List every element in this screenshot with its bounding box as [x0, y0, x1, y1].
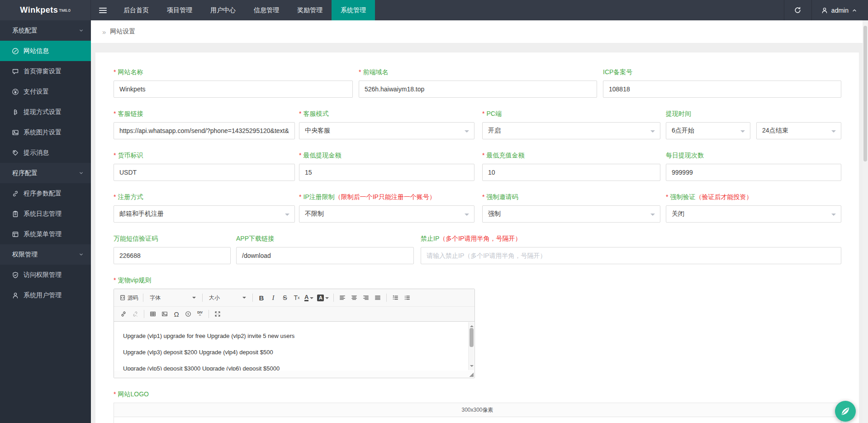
popup-comment-icon — [12, 68, 19, 75]
form-row-2: *客服链接 *客服模式 中央客服 *PC端 开启 提现时间 6点开始 24点结束 — [114, 109, 841, 139]
font-size-combo[interactable]: 大小 — [206, 293, 249, 303]
sidebar-item-withdraw-method[interactable]: 提现方式设置 — [0, 102, 91, 122]
unlink-button[interactable] — [130, 309, 141, 319]
maximize-button[interactable] — [212, 309, 223, 319]
settings-form-card: *网站名称 *前端域名 ICP备案号 *客服链接 *客服模式 中央客服 *PC端… — [95, 52, 859, 423]
page-title: 网站设置 — [110, 28, 135, 36]
ban-ip-input[interactable] — [421, 247, 841, 264]
sidebar-section-permissions[interactable]: 权限管理 — [0, 244, 91, 265]
floating-action-button[interactable] — [835, 401, 856, 422]
topbar: Winkpets TM6.0 后台首页 项目管理 用户中心 信息管理 奖励管理 … — [0, 0, 868, 20]
service-link-input[interactable] — [114, 122, 295, 139]
bullet-list-button[interactable] — [402, 292, 413, 303]
div-container-button[interactable]: DIV‹› — [194, 309, 205, 319]
user-icon — [12, 292, 19, 299]
align-left-button[interactable] — [337, 292, 348, 303]
nav-item-rewards[interactable]: 奖励管理 — [288, 0, 332, 20]
withdraw-start-select[interactable]: 6点开始 — [666, 122, 750, 139]
field-site-name: *网站名称 — [114, 68, 353, 98]
insert-image-button[interactable] — [159, 309, 170, 319]
editor-bottom-bar — [114, 371, 474, 378]
site-name-input[interactable] — [114, 81, 353, 98]
register-mode-select[interactable]: 邮箱和手机注册 — [114, 205, 295, 223]
remove-format-button[interactable]: Tx — [291, 292, 302, 303]
justify-button[interactable] — [372, 292, 383, 303]
editor-scrollbar[interactable] — [468, 322, 474, 370]
layout-icon — [12, 231, 19, 238]
chevron-down-icon — [242, 297, 246, 300]
required-asterisk: * — [114, 390, 116, 399]
sidebar-section-program-config[interactable]: 程序配置 — [0, 163, 91, 183]
sidebar-section-system-config[interactable]: 系统配置 — [0, 20, 91, 41]
min-withdraw-input[interactable] — [299, 164, 474, 181]
flash-button[interactable] — [183, 309, 194, 319]
scrollbar-thumb[interactable] — [863, 26, 867, 162]
chevron-down-icon — [650, 214, 655, 218]
sidebar-item-home-popup[interactable]: 首页弹窗设置 — [0, 61, 91, 81]
field-register-mode: *注册方式 邮箱和手机注册 — [114, 193, 295, 223]
font-family-combo[interactable]: 字体 — [147, 293, 199, 303]
sidebar-toggle-button[interactable] — [91, 0, 114, 20]
field-sms-code: 万能短信验证码 — [114, 234, 231, 264]
chevron-down-icon — [325, 297, 329, 301]
sidebar-item-program-params[interactable]: 程序参数配置 — [0, 183, 91, 204]
currency-input[interactable] — [114, 164, 295, 181]
scrollbar-thumb[interactable] — [470, 328, 474, 347]
field-force-verify: *强制验证（验证后才能投资） 关闭 — [666, 193, 841, 223]
link-icon — [120, 311, 127, 317]
pc-side-select[interactable]: 开启 — [482, 122, 660, 139]
align-right-button[interactable] — [360, 292, 371, 303]
nav-item-system[interactable]: 系统管理 — [332, 0, 375, 20]
editor-toolbar-row-1: 源码 字体 大小 B I S Tx A A — [114, 289, 474, 307]
resize-handle[interactable] — [469, 372, 474, 377]
sidebar-item-system-images[interactable]: 系统图片设置 — [0, 122, 91, 143]
sidebar-item-site-info[interactable]: 网站信息 — [0, 41, 91, 61]
required-asterisk: * — [114, 276, 116, 285]
field-withdraw-time: 提现时间 6点开始 24点结束 — [666, 109, 841, 139]
clipboard-icon — [12, 210, 19, 218]
bg-color-button[interactable]: A — [316, 292, 330, 303]
sms-code-input[interactable] — [114, 247, 231, 264]
force-verify-select[interactable]: 关闭 — [666, 205, 841, 223]
sidebar-item-system-users[interactable]: 系统用户管理 — [0, 285, 91, 305]
refresh-button[interactable] — [784, 0, 812, 20]
ip-limit-select[interactable]: 不限制 — [299, 205, 474, 223]
tag-icon — [12, 149, 19, 157]
force-invite-select[interactable]: 强制 — [482, 205, 660, 223]
page-scrollbar[interactable] — [863, 20, 868, 423]
sidebar-item-access-permissions[interactable]: 访问权限管理 — [0, 265, 91, 285]
special-char-button[interactable]: Ω — [171, 309, 182, 319]
nav-item-user-center[interactable]: 用户中心 — [201, 0, 245, 20]
bullet-list-icon — [404, 295, 410, 301]
italic-button[interactable]: I — [268, 292, 279, 303]
bold-button[interactable]: B — [256, 292, 267, 303]
user-menu[interactable]: admin — [812, 0, 868, 20]
nav-item-projects[interactable]: 项目管理 — [158, 0, 201, 20]
withdraw-end-select[interactable]: 24点结束 — [756, 122, 841, 139]
source-button[interactable]: 源码 — [118, 292, 140, 303]
min-recharge-input[interactable] — [482, 164, 660, 181]
unlink-icon — [132, 311, 138, 317]
ordered-list-button[interactable] — [390, 292, 401, 303]
insert-table-button[interactable] — [147, 309, 158, 319]
editor-content[interactable]: Upgrade (vlp1) upgrade for free Upgrade … — [114, 322, 474, 371]
daily-withdraw-times-input[interactable] — [666, 164, 841, 181]
icp-input[interactable] — [603, 81, 841, 98]
nav-item-information[interactable]: 信息管理 — [245, 0, 288, 20]
front-domain-input[interactable] — [359, 81, 597, 98]
align-center-icon — [351, 295, 357, 301]
sidebar-item-system-logs[interactable]: 系统日志管理 — [0, 204, 91, 224]
logo-preview-cell[interactable] — [114, 417, 841, 423]
sidebar-item-system-menus[interactable]: 系统菜单管理 — [0, 224, 91, 244]
strikethrough-button[interactable]: S — [280, 292, 290, 303]
align-center-button[interactable] — [349, 292, 360, 303]
insert-link-button[interactable] — [118, 309, 129, 319]
sidebar-item-payment[interactable]: 支付设置 — [0, 81, 91, 102]
app-link-input[interactable] — [236, 247, 414, 264]
service-mode-select[interactable]: 中央客服 — [299, 122, 474, 139]
text-color-button[interactable]: A — [303, 292, 315, 303]
nav-item-dashboard[interactable]: 后台首页 — [114, 0, 158, 20]
source-icon — [119, 295, 126, 301]
breadcrumb: » 网站设置 — [91, 20, 863, 43]
sidebar-item-tip-messages[interactable]: 提示消息 — [0, 143, 91, 163]
